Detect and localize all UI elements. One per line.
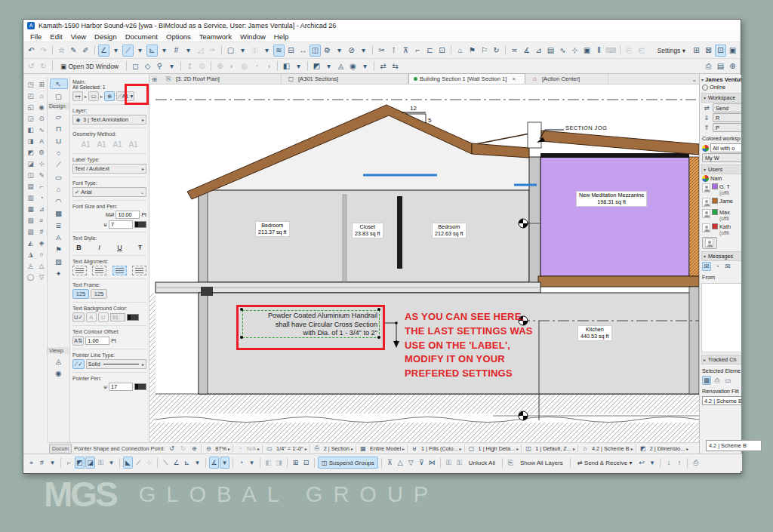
intersect-icon[interactable]: ⊼ — [400, 45, 411, 57]
palette-icon[interactable]: ⊙ — [37, 113, 47, 123]
move-icon[interactable]: ≋ — [273, 45, 285, 57]
frame-settings-icon[interactable]: ▭ — [88, 91, 99, 101]
palette-icon[interactable]: # — [37, 226, 47, 236]
modify-arrow-icon[interactable]: ▾ — [334, 45, 345, 57]
split-icon[interactable]: ✂ — [376, 45, 387, 57]
palette-icon[interactable]: ◔ — [37, 192, 47, 202]
inbox-icon[interactable]: ✉ — [702, 262, 711, 271]
tab-sections[interactable]: ▢ [A301 Sections] — [282, 74, 408, 84]
story-settings-icon[interactable]: ◩ — [311, 60, 322, 72]
palette-icon[interactable]: ▥ — [26, 192, 35, 202]
pen-set-control[interactable]: 2 | Section▸ — [324, 445, 353, 452]
story-arrow-icon[interactable]: ▾ — [323, 60, 334, 72]
zone-stamp-bedroom-1[interactable]: Bedroom213.37 sq ft — [255, 221, 290, 237]
pointer-pen-swatch[interactable] — [134, 383, 146, 390]
copy-icon[interactable]: ⎘ — [624, 45, 635, 57]
element-lock-icon[interactable]: ⚿ — [96, 457, 106, 469]
messages-list[interactable] — [701, 283, 741, 352]
3d-style-icon[interactable]: ⚲ — [154, 60, 165, 72]
palette-icon[interactable]: ▦ — [26, 204, 35, 214]
teamwork-more-icon[interactable]: ↩ — [636, 457, 646, 469]
palette-icon[interactable]: ⚙ — [37, 147, 47, 157]
stair-tool-icon[interactable]: ≣ — [50, 220, 68, 230]
section-jog-label[interactable]: SECTION JOG — [565, 125, 607, 131]
detail-level-control[interactable]: 1 | High Deta...▸ — [479, 445, 519, 452]
monitor-icon[interactable]: ⌨ — [605, 45, 617, 57]
beam-tool-icon[interactable]: ⟋ — [50, 159, 68, 170]
guide-toggle-icon[interactable]: ◣ — [123, 457, 133, 469]
hide-layer-icon[interactable]: ⎘ — [506, 457, 516, 469]
palette-icon[interactable]: ◯ — [26, 272, 35, 281]
menu-document[interactable]: Document — [125, 32, 158, 41]
palette-icon[interactable]: ◰ — [26, 91, 35, 100]
window-tool-icon[interactable]: ⊔ — [50, 135, 68, 146]
layer-dropdown[interactable]: ◉ 3 | Text.Annotation ▸ — [72, 115, 146, 125]
palette-icon[interactable]: ◈ — [37, 238, 47, 248]
inject-parameters-icon[interactable]: ✐ — [80, 45, 91, 57]
organizer-icon[interactable]: ⊡ — [715, 45, 726, 57]
zone-stamp-kitchen[interactable]: Kitchen440.53 sq ft — [577, 325, 612, 341]
zoom-in-icon[interactable]: ⊕ — [189, 444, 199, 453]
palette-icon[interactable]: ◬ — [26, 260, 35, 270]
section-tool-icon[interactable]: ◬ — [50, 355, 68, 366]
dimension-icon[interactable]: ≍ — [509, 45, 520, 57]
adjust-icon[interactable]: ⊺ — [388, 45, 399, 57]
palette-icon[interactable]: ⊞ — [37, 79, 47, 89]
guide-lines-icon[interactable]: ∠ — [98, 45, 109, 57]
palette-icon[interactable]: ◮ — [26, 249, 35, 259]
level-dimension-icon[interactable]: ⊿ — [533, 45, 544, 57]
gravity-2-icon[interactable]: ◪ — [85, 457, 95, 469]
pen-color-swatch[interactable] — [134, 221, 146, 228]
fill-display-icon[interactable]: ▩ — [702, 376, 711, 385]
trace-reference-icon[interactable]: ✑ — [207, 45, 218, 57]
unlock-elements-icon[interactable]: ⚿ — [454, 457, 464, 469]
menu-file[interactable]: File — [30, 32, 42, 41]
send-receive-button[interactable]: Send — [713, 103, 741, 112]
bg-pen-field[interactable] — [110, 313, 125, 321]
flags-icon[interactable]: ⚐ — [479, 45, 490, 57]
geometry-method-3-icon[interactable]: A1 — [112, 138, 123, 150]
resize-icon[interactable]: ↔ — [297, 45, 309, 57]
toolbox-group-viewpoint[interactable]: Viewp — [48, 347, 69, 354]
figure-icon[interactable]: ▣ — [581, 45, 593, 57]
palette-icon[interactable]: ◩ — [26, 147, 35, 157]
palette-icon[interactable]: ◭ — [26, 238, 35, 248]
paste-icon[interactable]: ⎗ — [636, 45, 647, 57]
zoom-previous-icon[interactable]: ↺ — [167, 444, 176, 453]
user-row[interactable]: Jame — [701, 197, 741, 208]
geometry-method-2-icon[interactable]: A1 — [96, 138, 107, 150]
bring-to-front-icon[interactable]: ⊼ — [385, 457, 395, 469]
camera-set-icon[interactable]: ◎ — [239, 60, 250, 72]
palette-icon[interactable]: ≡ — [37, 215, 47, 225]
zoom-next-icon[interactable]: ↻ — [178, 444, 187, 453]
palette-icon[interactable]: ▽ — [37, 272, 47, 281]
bg-color-swatch[interactable] — [127, 314, 139, 321]
zone-stamp-bedroom-2[interactable]: Bedroom212.63 sq ft — [432, 223, 467, 238]
palette-icon[interactable]: ○ — [37, 249, 47, 259]
label-tool-icon[interactable]: ⚑ — [50, 244, 68, 254]
edit-group-icon[interactable]: ⊡ — [301, 457, 311, 469]
3d-axono-icon[interactable]: ◇ — [142, 60, 153, 72]
favorites-icon[interactable]: ☆ — [56, 45, 67, 57]
roof-tool-icon[interactable]: ⌂ — [50, 183, 68, 194]
reset-order-icon[interactable]: ⋈ — [427, 457, 437, 469]
font-pen-field[interactable] — [109, 220, 133, 229]
frame-on-button[interactable]: 125 — [91, 289, 107, 299]
marquee-options-icon[interactable]: ▢ — [225, 45, 236, 57]
group-icon[interactable]: ⊞ — [291, 457, 300, 469]
coordinate-icon[interactable]: ⊾ — [182, 457, 192, 469]
colored-workspaces-dropdown[interactable]: All with o — [710, 143, 741, 152]
frame-display-icon[interactable]: ▭ — [723, 376, 732, 385]
relative-draw-icon[interactable]: ∡ — [209, 457, 219, 469]
angle-dimension-icon[interactable]: ∡ — [521, 45, 532, 57]
printer-icon[interactable]: ⎙ — [313, 444, 322, 453]
snap-reference-icon[interactable]: ⊹ — [144, 457, 154, 469]
shadows-icon[interactable]: ◐ — [226, 60, 238, 72]
printer-icon[interactable]: ⎙ — [713, 376, 722, 385]
report-icon[interactable]: ⎙ — [691, 457, 701, 469]
bg-opaque-button[interactable]: U✓ — [72, 312, 85, 322]
menu-options[interactable]: Options — [166, 32, 191, 41]
send-icon[interactable]: ↑ — [674, 457, 684, 469]
teamwork-more-arrow-icon[interactable]: ▾ — [647, 457, 657, 469]
sent-messages-icon[interactable]: ✉ — [723, 262, 732, 271]
